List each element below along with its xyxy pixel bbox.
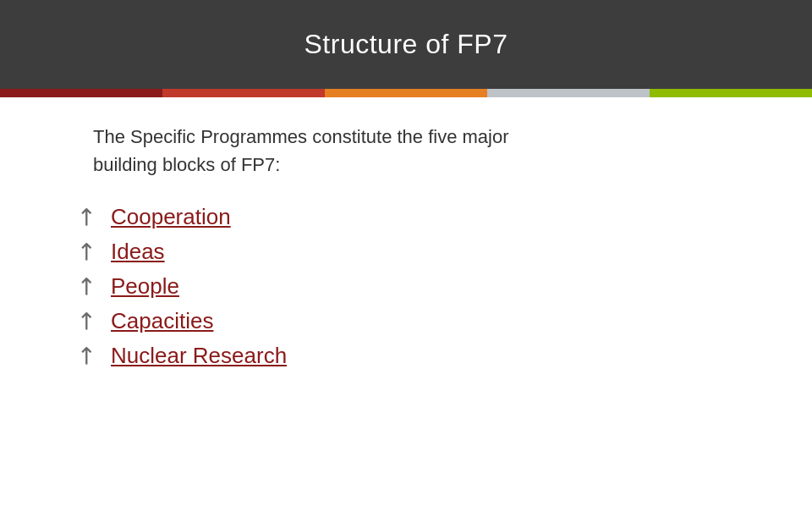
list-item: ↗ Ideas: [76, 239, 761, 265]
arrow-icon: ↗: [70, 306, 101, 336]
link-people[interactable]: People: [111, 273, 179, 300]
color-bar-segment-5: [650, 89, 812, 97]
list-item: ↗ Capacities: [76, 308, 761, 334]
color-bar-segment-1: [0, 89, 162, 97]
bullet-list: ↗ Cooperation ↗ Ideas ↗ People ↗ Capacit…: [76, 204, 761, 369]
color-bar-segment-4: [487, 89, 650, 97]
slide-header: Structure of FP7: [0, 0, 812, 89]
link-ideas[interactable]: Ideas: [111, 239, 165, 265]
arrow-icon: ↗: [70, 236, 101, 267]
color-bar-segment-2: [162, 89, 325, 97]
arrow-icon: ↗: [70, 271, 101, 301]
arrow-icon: ↗: [70, 201, 101, 232]
intro-line1: The Specific Programmes constitute the f…: [93, 123, 761, 151]
link-nuclear-research[interactable]: Nuclear Research: [111, 343, 287, 369]
intro-line2: building blocks of FP7:: [93, 151, 761, 179]
color-bar-segment-3: [325, 89, 487, 97]
list-item: ↗ People: [76, 273, 761, 300]
slide-content: The Specific Programmes constitute the f…: [0, 97, 812, 523]
color-bar: [0, 89, 812, 97]
list-item: ↗ Cooperation: [76, 204, 761, 230]
intro-block: The Specific Programmes constitute the f…: [93, 123, 761, 179]
link-capacities[interactable]: Capacities: [111, 308, 213, 334]
link-cooperation[interactable]: Cooperation: [111, 204, 231, 230]
list-item: ↗ Nuclear Research: [76, 343, 761, 369]
slide: Structure of FP7 The Specific Programmes…: [0, 0, 812, 523]
arrow-icon: ↗: [70, 340, 101, 371]
slide-title: Structure of FP7: [304, 29, 508, 60]
